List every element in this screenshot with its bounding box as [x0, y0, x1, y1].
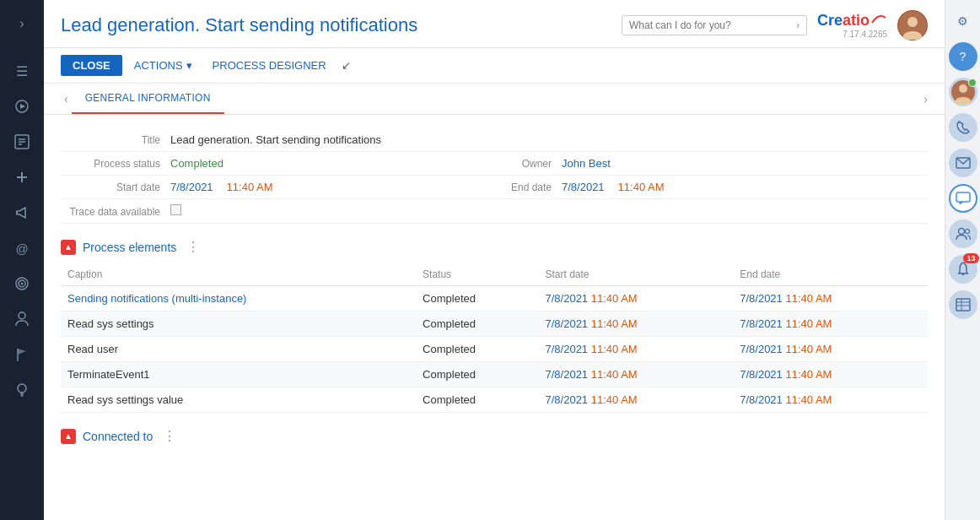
top-header: Lead generation. Start sending notificat… — [44, 0, 945, 48]
at-icon[interactable]: @ — [7, 233, 37, 263]
add-icon[interactable] — [7, 162, 37, 192]
process-elements-menu[interactable]: ⋮ — [186, 239, 200, 255]
owner-label: Owner — [494, 158, 562, 170]
content-area: ‹ GENERAL INFORMATION › Title Lead gener… — [44, 84, 945, 520]
end-date-cell: 7/8/2021 11:40 AM — [733, 387, 928, 413]
users-right-icon[interactable] — [949, 219, 977, 248]
logo: Creatio — [817, 12, 887, 30]
status-cell: Completed — [416, 337, 538, 362]
start-date-cell: 7/8/2021 11:40 AM — [538, 311, 733, 337]
svg-point-24 — [958, 229, 964, 235]
end-date-cell: 7/8/2021 11:40 AM — [733, 311, 928, 337]
trace-checkbox[interactable] — [170, 204, 181, 215]
main-content: Lead generation. Start sending notificat… — [44, 0, 945, 520]
search-input[interactable] — [629, 19, 796, 31]
title-label: Title — [61, 134, 170, 146]
svg-point-19 — [907, 17, 918, 27]
end-date-value: 7/8/2021 — [562, 181, 605, 193]
title-row: Title Lead generation. Start sending not… — [61, 128, 928, 152]
form-area: Title Lead generation. Start sending not… — [44, 115, 945, 463]
question-icon[interactable]: ? — [949, 42, 977, 71]
play-icon[interactable] — [7, 91, 37, 122]
caption-cell: Read sys settings — [61, 311, 416, 337]
tab-general-information[interactable]: GENERAL INFORMATION — [72, 84, 224, 114]
tab-nav: ‹ GENERAL INFORMATION › — [44, 84, 945, 115]
trace-label: Trace data available — [61, 206, 170, 218]
search-box[interactable]: › — [622, 15, 807, 35]
start-time-value: 11:40 AM — [227, 181, 273, 193]
contacts-icon[interactable] — [7, 127, 37, 157]
process-status-value: Completed — [170, 157, 223, 170]
caption-cell: Read user — [61, 337, 416, 362]
process-elements-section-header: ▲ Process elements ⋮ — [61, 230, 928, 260]
svg-rect-27 — [956, 299, 970, 311]
tab-label: GENERAL INFORMATION — [85, 92, 211, 104]
caption-cell[interactable]: Sending notifications (multi-instance) — [61, 286, 416, 311]
col-status: Status — [416, 263, 538, 286]
chevron-right-icon[interactable]: › — [7, 8, 37, 39]
connected-to-toggle[interactable]: ▲ — [61, 429, 76, 444]
svg-point-21 — [959, 84, 967, 93]
process-elements-table: Caption Status Start date End date Sendi… — [61, 263, 928, 413]
target-icon[interactable] — [7, 268, 37, 299]
process-status-label: Process status — [61, 158, 170, 170]
status-cell: Completed — [416, 387, 538, 413]
sidebar: › ☰ @ — [0, 0, 44, 520]
svg-point-12 — [19, 312, 25, 319]
chat-right-icon[interactable] — [949, 184, 977, 213]
end-date-col: End date 7/8/2021 11:40 AM — [494, 181, 928, 193]
gear-icon[interactable]: ⚙ — [949, 7, 977, 35]
status-cell: Completed — [416, 362, 538, 387]
dates-row: Start date 7/8/2021 11:40 AM End date 7/… — [61, 176, 928, 199]
megaphone-icon[interactable] — [7, 198, 37, 228]
process-elements-toggle[interactable]: ▲ — [61, 240, 76, 255]
flag-icon[interactable] — [7, 339, 37, 370]
process-designer-button[interactable]: PROCESS DESIGNER — [204, 55, 335, 76]
mail-right-icon[interactable] — [949, 149, 977, 177]
end-date-label: End date — [494, 181, 562, 193]
logo-area: Creatio 7.17.4.2265 — [817, 12, 887, 39]
owner-value[interactable]: John Best — [562, 157, 611, 170]
avatar[interactable] — [897, 10, 928, 41]
svg-point-11 — [21, 283, 24, 285]
header-right: › Creatio 7.17.4.2265 — [622, 10, 928, 41]
process-status-col: Process status Completed — [61, 157, 494, 170]
phone-right-icon[interactable] — [949, 113, 977, 142]
search-arrow-icon: › — [796, 19, 800, 31]
end-date-cell: 7/8/2021 11:40 AM — [733, 362, 928, 387]
logo-icon — [870, 11, 887, 24]
connected-to-menu[interactable]: ⋮ — [163, 428, 176, 444]
caption-cell: Read sys settings value — [61, 387, 416, 413]
table-row: Read sys settings Completed 7/8/2021 11:… — [61, 311, 928, 337]
connected-to-title: Connected to — [83, 430, 153, 443]
svg-point-25 — [965, 230, 969, 234]
table-right-icon[interactable] — [949, 290, 977, 319]
status-cell: Completed — [416, 286, 538, 311]
col-end-date: End date — [733, 263, 928, 286]
menu-icon[interactable]: ☰ — [7, 56, 37, 86]
start-date-col: Start date 7/8/2021 11:40 AM — [61, 181, 494, 193]
version-text: 7.17.4.2265 — [843, 30, 887, 39]
actions-button[interactable]: ACTIONS ▾ — [126, 55, 201, 76]
table-row: Read sys settings value Completed 7/8/20… — [61, 387, 928, 413]
toolbar: CLOSE ACTIONS ▾ PROCESS DESIGNER ↙ — [44, 48, 945, 84]
tab-prev-arrow[interactable]: ‹ — [61, 92, 72, 106]
bulb-icon[interactable] — [7, 375, 37, 405]
avatar-right-icon[interactable] — [949, 78, 977, 106]
person-icon[interactable] — [7, 304, 37, 334]
close-button[interactable]: CLOSE — [61, 55, 122, 76]
process-elements-title: Process elements — [83, 241, 176, 254]
col-start-date: Start date — [538, 263, 733, 286]
status-cell: Completed — [416, 311, 538, 337]
svg-point-14 — [18, 384, 26, 393]
col-caption: Caption — [61, 263, 416, 286]
trace-row: Trace data available — [61, 199, 928, 224]
svg-rect-23 — [956, 192, 970, 202]
tab-next-arrow[interactable]: › — [923, 92, 928, 106]
bell-right-icon[interactable] — [949, 255, 977, 284]
end-time-value: 11:40 AM — [618, 181, 665, 193]
start-date-cell: 7/8/2021 11:40 AM — [538, 337, 733, 362]
start-date-value: 7/8/2021 — [170, 181, 213, 193]
start-date-label: Start date — [61, 181, 170, 193]
owner-col: Owner John Best — [494, 157, 928, 170]
